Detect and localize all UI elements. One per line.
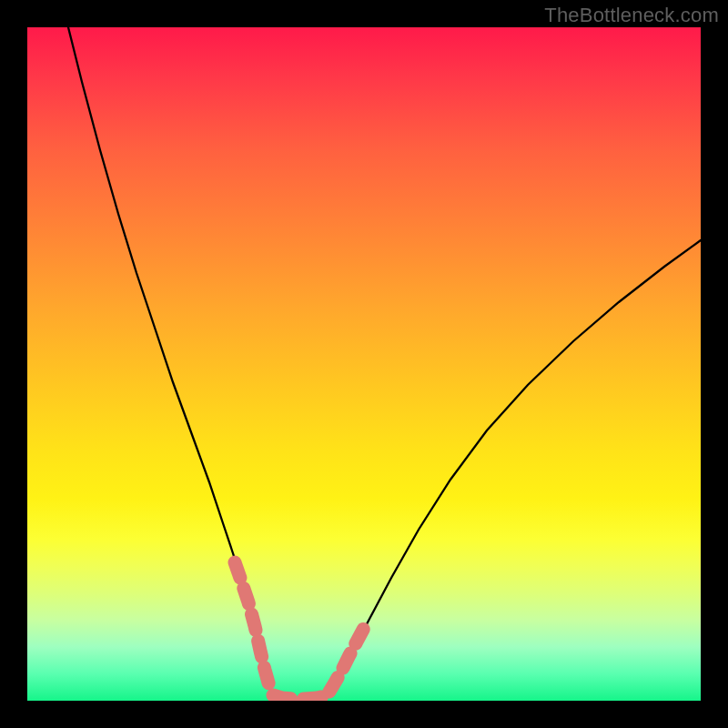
chart-frame: TheBottleneck.com <box>0 0 728 728</box>
valley-pink-segment <box>273 695 326 699</box>
watermark-text: TheBottleneck.com <box>544 4 719 27</box>
left-pink-segment <box>235 562 269 686</box>
right-pink-segment <box>329 628 364 692</box>
curve-layer <box>27 27 701 701</box>
plot-area <box>27 27 701 701</box>
right-curve <box>328 240 701 695</box>
